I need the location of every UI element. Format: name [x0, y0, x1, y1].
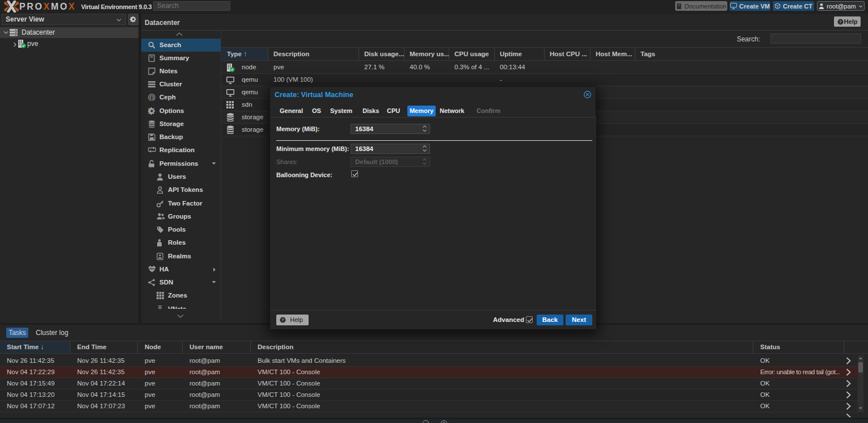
svg-text:?: ? — [839, 19, 842, 24]
svg-text:PROXMOX: PROXMOX — [19, 2, 76, 11]
svg-text:?: ? — [281, 317, 284, 323]
